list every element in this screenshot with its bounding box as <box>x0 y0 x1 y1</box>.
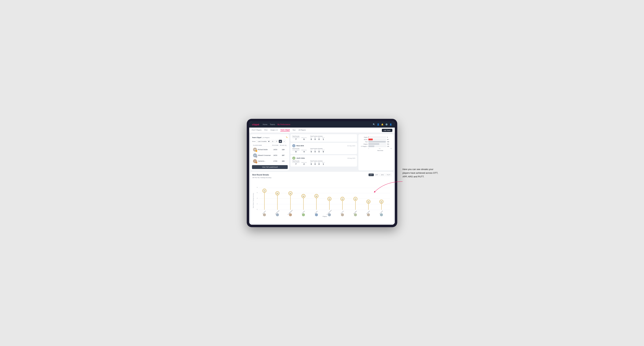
bar-eagles: Eagles 3 <box>360 136 392 138</box>
chart-xlabel: Total Shots <box>360 150 392 151</box>
xaxis-400: 400 <box>390 148 392 149</box>
josh-practice-value: 2 <box>304 163 304 165</box>
navbar-icons: 🔍 👤 🔔 ⚙️ 👤 <box>373 123 392 126</box>
bell-icon[interactable]: 🔔 <box>381 123 384 126</box>
bar-label-pars: Pars <box>360 141 368 142</box>
avatar-icon[interactable]: 👤 <box>390 123 392 126</box>
streaks-subtitle: Off The Tee, Fairway Accuracy <box>252 177 392 178</box>
rees-app-value: 0 <box>315 151 316 153</box>
player-avatar-circle-0 <box>263 213 266 216</box>
player-row-2[interactable]: EC 2 Edward Crossman 18/20 107 <box>252 153 288 158</box>
subnav-tour[interactable]: Tour <box>292 129 296 131</box>
player-avatar-circle-2 <box>289 213 292 216</box>
subnav: PGAT Players PGA Hcaps 1-5 Team Clippd T… <box>249 128 395 133</box>
player-avatar-circle-3 <box>302 213 305 216</box>
bar-track-pars <box>368 141 386 143</box>
tab-putt[interactable]: PUTT <box>386 173 392 176</box>
arg-value-0: 0 <box>318 138 320 140</box>
lollipop-label-6: 4x <box>342 198 343 200</box>
subnav-hcaps[interactable]: Hcaps 1-5 <box>270 129 278 131</box>
bar-pars: Pars 499 <box>360 141 392 143</box>
add-team-button[interactable]: Add Team <box>382 129 392 132</box>
bar-track-bogeys <box>368 143 386 145</box>
annotation-container: Here you can see streaks your players ha… <box>402 168 439 178</box>
rank-badge-3: 3 <box>256 162 257 163</box>
tab-arg[interactable]: ARG <box>380 173 385 176</box>
nav-home[interactable]: Home <box>263 124 268 126</box>
player-row-1[interactable]: RB 1 Richard Butler 19/20 110 <box>252 147 288 153</box>
bar-fill-birdies <box>368 139 373 140</box>
period-select[interactable]: Last 3 months Last 6 months Last year <box>256 140 270 143</box>
player-avatar-1: RB 1 <box>253 148 257 152</box>
svg-text:6: 6 <box>257 192 258 193</box>
bar-value-dbogeys: 131 <box>387 146 392 147</box>
putt-value-0: 1 <box>323 138 324 140</box>
stat-card-josh: JC Josh Coles 26 Aug 2023 Total Rounds <box>290 155 357 167</box>
bar-track-eagles <box>368 136 386 138</box>
svg-text:4: 4 <box>257 197 258 199</box>
lollipop-label-5: 4x <box>329 198 330 200</box>
subnav-pga[interactable]: PGA <box>264 129 268 131</box>
svg-text:8: 8 <box>257 187 258 188</box>
rees-tournament-value: 8 <box>296 151 296 153</box>
bar-value-birdies: 96 <box>387 139 392 140</box>
nav-teams[interactable]: Teams <box>270 124 275 126</box>
player-row-3[interactable]: C 3 Cameron... 17/20 103 <box>252 158 288 164</box>
edit-icon[interactable]: ✏️ <box>286 137 288 138</box>
metric-tabs: OTT APP ARG PUTT <box>368 173 392 176</box>
bar-value-pars: 499 <box>387 141 392 142</box>
rank-badge-1: 1 <box>256 150 257 152</box>
brand-logo: clippd <box>252 123 259 126</box>
bar-label-bogeys: Bogeys <box>360 144 368 145</box>
user-icon[interactable]: 👤 <box>377 123 380 126</box>
search-icon[interactable]: 🔍 <box>373 123 375 126</box>
lollipop-label-4: 5x <box>316 195 317 197</box>
settings-icon[interactable]: ⚙️ <box>385 123 388 126</box>
stat-row-overview: Total Rounds Tournament 7 Practice <box>292 136 355 140</box>
player-name-1: Richard Butler <box>258 149 271 151</box>
list-view-icon[interactable]: ☰ <box>275 140 278 143</box>
show-label: Show <box>252 141 256 142</box>
subnav-team-clippd[interactable]: Team Clippd <box>280 129 290 131</box>
bar-value-eagles: 3 <box>387 137 392 138</box>
subnav-pgat[interactable]: PGAT Players <box>252 129 262 131</box>
tab-app[interactable]: APP <box>374 173 380 176</box>
navbar: clippd Home Teams My Performance 🔍 👤 🔔 ⚙… <box>249 121 395 128</box>
lollipop-label-9: 3x <box>381 201 382 203</box>
lollipop-label-3: 5x <box>303 195 304 197</box>
app-value-0: 0 <box>315 138 316 140</box>
card-view-icon[interactable]: ▦ <box>279 140 282 143</box>
player-avg-1: 110 <box>280 149 287 151</box>
rees-rounds-label: Total Rounds <box>292 148 307 149</box>
subnav-all-players[interactable]: All Players <box>298 129 306 131</box>
rank-badge-2: 2 <box>256 156 257 158</box>
table-view-icon[interactable]: ≡ <box>282 140 286 143</box>
lollipop-label-0: 7x <box>264 190 265 192</box>
josh-arg-value: 0 <box>318 163 320 165</box>
rees-arg-value: 0 <box>318 151 320 153</box>
player-avatar-circle-5 <box>328 213 331 216</box>
josh-name: Josh Coles <box>296 157 305 159</box>
rounds-group: Total Rounds Tournament 7 Practice <box>292 136 307 140</box>
bar-value-bogeys: 311 <box>387 144 392 145</box>
player-avatar-3: C 3 <box>253 159 257 163</box>
player-avg-2: 107 <box>280 155 287 156</box>
col-pb-score: PB SCORE <box>271 145 280 146</box>
lollipop-label-1: 6x <box>277 193 278 194</box>
bar-track-birdies <box>368 139 386 140</box>
view-leaderboard-button[interactable]: View Full Leaderboard <box>252 165 288 169</box>
grid-view-icon[interactable]: ⊞ <box>271 140 274 143</box>
x-axis-label: Players <box>323 216 327 217</box>
tab-ott[interactable]: OTT <box>368 173 374 176</box>
josh-ott-value: 0 <box>311 163 312 165</box>
team-header: Team Clippd | 14 Players ✏️ <box>252 136 288 139</box>
streaks-title: Best Round Streaks <box>252 174 269 176</box>
josh-putt-value: 1 <box>323 163 324 165</box>
nav-my-performance[interactable]: My Performance <box>278 124 290 126</box>
player-avatar-circle-1 <box>276 213 279 216</box>
practice-value: 6 <box>304 138 304 140</box>
stat-cards-panel: Total Rounds Tournament 7 Practice <box>290 134 357 170</box>
player-avatar-circle-7 <box>354 213 357 216</box>
lollipop-label-7: 4x <box>355 198 356 200</box>
streaks-header: Best Round Streaks OTT APP ARG PUTT <box>252 173 392 176</box>
